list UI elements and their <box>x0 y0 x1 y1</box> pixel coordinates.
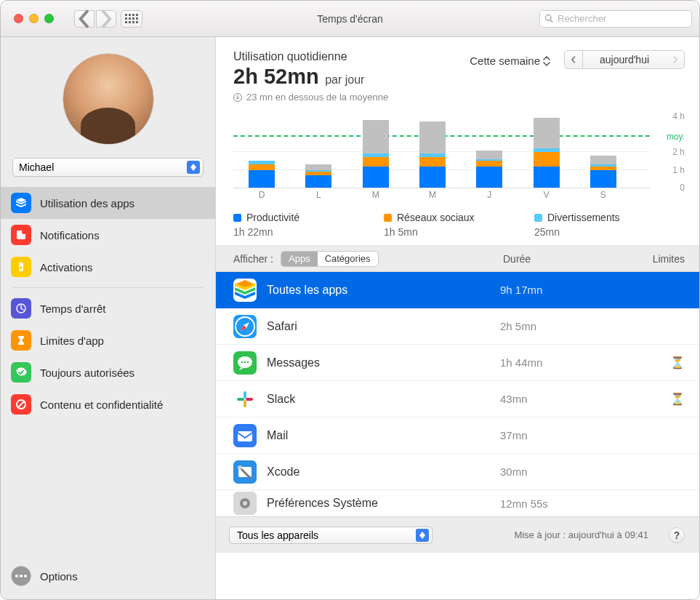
svg-rect-19 <box>238 431 252 441</box>
table-row[interactable]: Mail37mn <box>216 417 699 454</box>
sidebar-item-notifications[interactable]: Notifications <box>1 219 215 251</box>
chart-legend: Productivité 1h 22mn Réseaux sociaux 1h … <box>233 212 685 238</box>
prev-day-button[interactable] <box>564 50 583 69</box>
help-button[interactable]: ? <box>669 527 685 543</box>
sidebar-item-label: Toujours autorisées <box>40 367 134 379</box>
legend-item-entertainment: Divertissements 25mn <box>534 212 685 238</box>
row-app-name: Safari <box>267 320 297 333</box>
row-duration: 30mn <box>500 465 609 478</box>
mail-icon <box>233 424 257 447</box>
chart-bar <box>534 118 560 188</box>
row-app-name: Préférences Système <box>267 497 378 510</box>
view-segmented-control: Apps Catégories <box>281 251 379 267</box>
chevron-left-icon <box>75 9 94 28</box>
sidebar: Michael Utilisation des apps <box>1 37 216 599</box>
show-label: Afficher : <box>233 253 273 265</box>
avatar <box>63 53 154 145</box>
chart-bar <box>476 151 502 188</box>
sidebar-item-options[interactable]: Options <box>1 566 215 599</box>
svg-rect-17 <box>246 398 253 401</box>
search-field[interactable] <box>539 10 692 28</box>
usage-title: Utilisation quotidienne <box>233 50 464 63</box>
table-row[interactable]: Safari2h 5mn <box>216 308 699 345</box>
close-window-button[interactable] <box>14 14 23 23</box>
nav-back-forward <box>74 10 116 28</box>
sidebar-item-label: Temps d'arrêt <box>40 303 105 315</box>
chart-bar <box>590 156 616 188</box>
device-picker[interactable]: Tous les appareils <box>229 527 433 544</box>
svg-point-25 <box>243 501 247 505</box>
show-all-prefs-button[interactable] <box>121 10 142 28</box>
sidebar-item-app-limits[interactable]: Limites d'app <box>1 324 215 356</box>
forward-button[interactable] <box>96 10 116 28</box>
date-navigator: aujourd'hui <box>564 50 685 69</box>
screen-time-window: Temps d'écran Michael Ut <box>0 0 700 600</box>
swatch-icon <box>534 214 542 222</box>
usage-unit: par jour <box>325 73 364 86</box>
column-header-limits[interactable]: Limites <box>619 253 685 265</box>
row-limit: ⏳ <box>619 392 685 406</box>
zoom-window-button[interactable] <box>44 14 54 23</box>
row-app-name: Slack <box>267 393 295 406</box>
tab-categories[interactable]: Catégories <box>318 252 378 266</box>
table-row[interactable]: Xcode30mn <box>216 454 699 490</box>
swatch-icon <box>384 214 392 222</box>
last-update-label: Mise à jour : aujourd'hui à 09:41 <box>514 529 648 540</box>
svg-point-12 <box>247 361 249 363</box>
next-day-button[interactable] <box>666 50 685 69</box>
app-list: Toutes les apps9h 17mnSafari2h 5mnMessag… <box>216 272 699 516</box>
chevron-up-down-icon <box>543 56 550 66</box>
notifications-icon <box>11 225 31 245</box>
week-label: Cette semaine <box>470 55 540 67</box>
sidebar-item-always-allowed[interactable]: Toujours autorisées <box>1 356 215 388</box>
sidebar-item-downtime[interactable]: Temps d'arrêt <box>1 292 215 324</box>
check-badge-icon <box>11 362 31 383</box>
titlebar: Temps d'écran <box>1 1 699 37</box>
swatch-icon <box>233 214 241 222</box>
row-duration: 43mn <box>500 393 609 405</box>
date-label-button[interactable]: aujourd'hui <box>583 50 666 69</box>
svg-point-11 <box>244 361 246 363</box>
legend-item-productivity: Productivité 1h 22mn <box>233 212 384 238</box>
table-row[interactable]: Préférences Système12mn 55s <box>216 490 699 516</box>
svg-rect-13 <box>233 388 257 411</box>
hourglass-icon: ⏳ <box>670 393 685 405</box>
table-row[interactable]: Toutes les apps9h 17mn <box>216 272 699 308</box>
row-duration: 37mn <box>500 429 609 441</box>
week-picker[interactable]: Cette semaine <box>464 52 555 70</box>
arrow-down-circle-icon <box>233 93 242 102</box>
sidebar-item-content-privacy[interactable]: Contenu et confidentialité <box>1 388 215 420</box>
main-panel: Utilisation quotidienne 2h 52mn par jour… <box>216 37 699 599</box>
table-row[interactable]: Messages1h 44mn⏳ <box>216 345 699 381</box>
safari-icon <box>233 315 257 338</box>
column-header-duration[interactable]: Durée <box>503 253 612 265</box>
svg-point-22 <box>238 465 242 470</box>
minimize-window-button[interactable] <box>29 14 39 23</box>
downtime-icon <box>11 298 31 319</box>
chevron-up-down-icon <box>416 529 429 542</box>
svg-point-1 <box>22 230 26 234</box>
sidebar-list-reports: Utilisation des apps Notifications Activ… <box>1 187 215 283</box>
row-duration: 1h 44mn <box>500 356 609 369</box>
sidebar-item-pickups[interactable]: Activations <box>1 251 215 283</box>
tab-apps[interactable]: Apps <box>281 252 318 266</box>
row-duration: 12mn 55s <box>500 497 609 510</box>
row-app-name: Messages <box>267 356 320 369</box>
sidebar-item-app-usage[interactable]: Utilisation des apps <box>1 187 215 219</box>
hourglass-icon <box>11 330 31 351</box>
prefs-icon <box>233 492 257 515</box>
row-app-name: Mail <box>267 429 288 442</box>
chart-bar <box>305 164 331 188</box>
table-row[interactable]: Slack43mn⏳ <box>216 381 699 417</box>
user-picker[interactable]: Michael <box>12 158 204 177</box>
search-input[interactable] <box>558 13 687 24</box>
svg-rect-14 <box>244 391 246 399</box>
row-duration: 2h 5mn <box>500 320 609 332</box>
options-label: Options <box>40 570 78 583</box>
ellipsis-icon <box>11 566 31 586</box>
usage-summary: Utilisation quotidienne 2h 52mn par jour… <box>216 37 699 246</box>
svg-point-10 <box>241 361 244 363</box>
main-footer: Tous les appareils Mise à jour : aujourd… <box>216 516 699 553</box>
sidebar-item-label: Activations <box>40 261 93 273</box>
back-button[interactable] <box>74 10 94 28</box>
